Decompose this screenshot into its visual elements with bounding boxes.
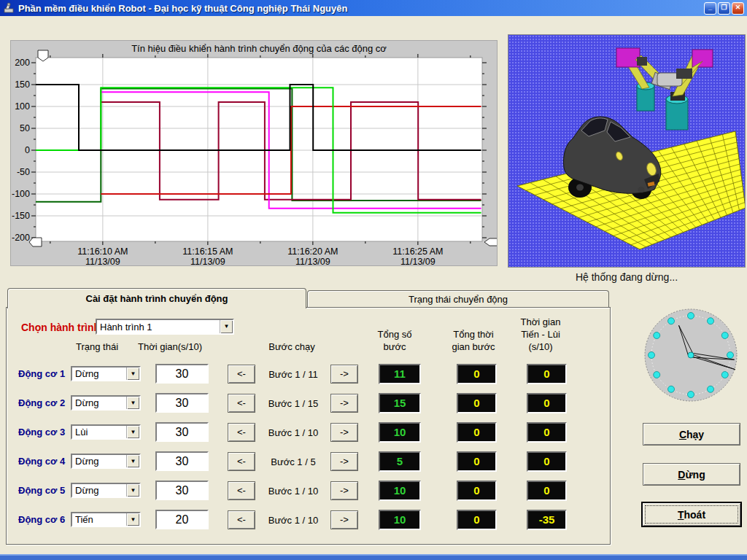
total-step-time-display: 0 (457, 422, 497, 443)
forward-reverse-time-display: 0 (527, 451, 567, 472)
step-time-input[interactable] (155, 510, 209, 529)
motor-label: Động cơ 4 (18, 456, 73, 467)
robot-scene (508, 35, 745, 267)
step-back-button[interactable]: <- (228, 452, 255, 471)
x-tick-date-label: 11/13/09 (85, 257, 120, 265)
motor-state-combobox[interactable]: Tiến ▼ (71, 512, 141, 527)
chevron-down-icon[interactable]: ▼ (126, 455, 139, 467)
clock-hour-dot (721, 372, 728, 378)
chart-canvas: Tín hiệu điều khiển hành trình chuyển độ… (11, 41, 497, 265)
maximize-button[interactable]: ❐ (718, 2, 730, 15)
step-counter-label: Bước 1 / 15 (258, 398, 328, 409)
step-back-button[interactable]: <- (228, 481, 255, 500)
x-tick-date-label: 11/13/09 (400, 257, 436, 265)
chevron-down-icon[interactable]: ▼ (126, 368, 139, 380)
run-button[interactable]: Chạy (643, 423, 740, 446)
step-back-button[interactable]: <- (228, 510, 255, 529)
window-bottom-border (0, 554, 747, 560)
column-header: Tổng thờigian bước (437, 328, 510, 353)
motor-label: Động cơ 1 (18, 368, 73, 379)
total-steps-display: 11 (379, 364, 421, 384)
x-tick-time-label: 11:16:15 AM (182, 246, 233, 257)
step-time-input[interactable] (155, 364, 209, 384)
clock-hour-dot (688, 392, 694, 398)
motion-settings-panel: Chọn hành trình Hành trình 1 ▼ Trạng thá… (6, 307, 611, 545)
step-forward-button[interactable]: -> (330, 481, 358, 500)
step-forward-button[interactable]: -> (330, 365, 358, 384)
step-forward-button[interactable]: -> (330, 394, 358, 413)
motor-label: Động cơ 6 (18, 514, 73, 525)
clock-hour-dot (708, 386, 714, 392)
motor-state-value: Dừng (72, 485, 126, 496)
motor-state-value: Dừng (72, 456, 126, 467)
step-back-button[interactable]: <- (228, 423, 255, 442)
motor-state-combobox[interactable]: Dừng ▼ (71, 395, 141, 411)
tab-motion-settings[interactable]: Cài đặt hành trình chuyển động (7, 288, 306, 308)
motor-state-combobox[interactable]: Dừng ▼ (71, 483, 141, 498)
minimize-button[interactable]: _ (704, 2, 716, 15)
motor-label: Động cơ 5 (18, 485, 73, 496)
step-counter-label: Bước 1 / 11 (258, 369, 328, 380)
system-status-text: Hệ thống đang dừng... (508, 271, 746, 283)
chevron-down-icon[interactable]: ▼ (220, 320, 233, 333)
column-header: Bước chạy (252, 341, 332, 353)
focus-ring (645, 505, 738, 524)
tab-motion-status[interactable]: Trạng thái chuyển động (307, 290, 609, 307)
total-steps-display: 10 (379, 422, 421, 443)
total-steps-display: 10 (379, 481, 421, 501)
y-tick-label: -150 (12, 211, 30, 221)
analog-clock (642, 306, 740, 405)
clock-hour-dot (727, 352, 734, 359)
step-counter-label: Bước 1 / 10 (258, 515, 328, 526)
step-back-button[interactable]: <- (228, 365, 255, 384)
y-tick-label: 0 (25, 145, 30, 155)
step-forward-button[interactable]: -> (330, 452, 358, 471)
step-forward-button[interactable]: -> (330, 423, 358, 442)
window-title: Phần mềm điều khiển Robot - Đại học kỹ t… (18, 3, 347, 14)
title-bar: Phần mềm điều khiển Robot - Đại học kỹ t… (0, 0, 747, 16)
step-time-input[interactable] (155, 422, 209, 442)
chevron-down-icon[interactable]: ▼ (126, 397, 139, 409)
total-step-time-display: 0 (457, 510, 497, 530)
clock-hour-dot (654, 372, 660, 378)
y-tick-label: -200 (12, 233, 30, 243)
car (564, 117, 661, 199)
y-tick-label: -100 (12, 189, 30, 199)
motor-state-combobox[interactable]: Dừng ▼ (71, 366, 141, 381)
x-tick-time-label: 11:16:20 AM (287, 246, 338, 257)
motor-state-combobox[interactable]: Lùi ▼ (71, 424, 141, 440)
step-forward-button[interactable]: -> (330, 510, 358, 529)
exit-button[interactable]: Thoát (641, 502, 742, 527)
step-time-input[interactable] (155, 393, 209, 413)
y-tick-label: -50 (17, 167, 30, 177)
step-counter-label: Bước 1 / 10 (258, 486, 328, 497)
forward-reverse-time-display: 0 (527, 393, 567, 413)
clock-hour-dot (654, 332, 660, 339)
chevron-down-icon[interactable]: ▼ (126, 426, 139, 438)
forward-reverse-time-display: 0 (527, 364, 567, 384)
chevron-down-icon[interactable]: ▼ (126, 513, 139, 526)
bottom-right-pointer-icon (484, 238, 497, 246)
chevron-down-icon[interactable]: ▼ (126, 484, 139, 497)
clock-hour-dot (721, 332, 728, 339)
step-back-button[interactable]: <- (228, 394, 255, 413)
forward-reverse-time-display: 0 (527, 422, 567, 443)
signal-chart: Tín hiệu điều khiển hành trình chuyển độ… (10, 40, 498, 266)
motor-label: Động cơ 3 (18, 427, 73, 438)
stop-button[interactable]: Dừng (643, 463, 740, 486)
app-icon (3, 2, 15, 14)
robot-3d-view (508, 34, 746, 268)
step-time-input[interactable] (155, 481, 209, 500)
close-button[interactable]: ✕ (732, 2, 744, 15)
clock-hour-dot (688, 313, 694, 319)
motor-state-combobox[interactable]: Dừng ▼ (71, 454, 141, 469)
step-counter-label: Bước 1 / 10 (258, 427, 328, 438)
step-time-input[interactable] (155, 451, 209, 471)
clock-hour-dot (668, 386, 675, 392)
x-tick-time-label: 11:16:10 AM (77, 246, 128, 257)
column-header: Thời gian(s/10) (123, 341, 217, 353)
total-steps-display: 15 (379, 393, 421, 413)
motor-state-value: Dừng (72, 397, 126, 408)
app-window: Phần mềm điều khiển Robot - Đại học kỹ t… (0, 0, 747, 560)
route-select-combobox[interactable]: Hành trình 1 ▼ (96, 319, 234, 335)
